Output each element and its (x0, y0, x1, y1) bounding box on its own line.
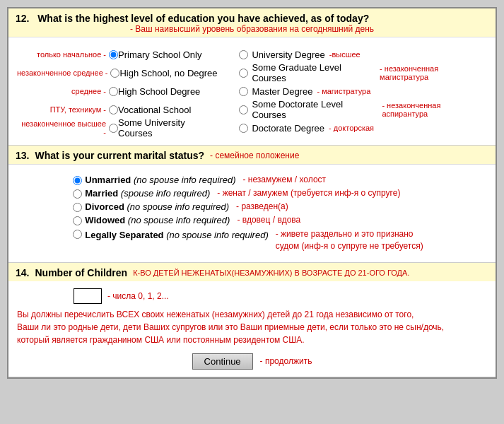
q14-top: - числа 0, 1, 2... (17, 288, 487, 304)
q14-section: 14. Number of Children К-ВО ДЕТЕЙ НЕЖЕНА… (8, 263, 496, 377)
marital-label-divorced[interactable]: Divorced (no spouse info required) (85, 201, 229, 212)
edu-radio-master[interactable] (239, 87, 248, 96)
edu-opt-1: Primary School Only (109, 49, 201, 60)
children-number-input[interactable] (74, 288, 102, 304)
q14-number: 14. (16, 267, 29, 278)
q12-title-text: What is the highest level of education y… (37, 13, 369, 24)
marital-radio-divorced[interactable] (73, 203, 82, 212)
q12-subtitle: - Ваш наивысший уровень образования на с… (16, 24, 488, 34)
q13-title: What is your current marital status? (35, 150, 204, 161)
edu-right-row-5: Doctorate Degree - докторская (239, 119, 487, 136)
edu-radio-some-doc[interactable] (239, 105, 248, 114)
edu-ru-2: незаконченное среднее - (17, 69, 110, 77)
edu-label-some-doc[interactable]: Some Doctorate Level Courses (252, 99, 377, 120)
q14-header: 14. Number of Children К-ВО ДЕТЕЙ НЕЖЕНА… (8, 263, 496, 281)
edu-left-row-5: незаконченное высшее - Some University C… (17, 119, 218, 136)
edu-label-voc[interactable]: Vocational School (118, 105, 191, 115)
edu-opt-2: High School, no Degree (110, 68, 217, 78)
edu-radio-hs-nodeg[interactable] (110, 69, 119, 78)
edu-radio-some-uni[interactable] (109, 124, 118, 133)
q13-section: 13. What is your current marital status?… (8, 146, 496, 263)
marital-label-separated[interactable]: Legally Separated (no spouse info requir… (85, 230, 268, 240)
edu-left-row-4: ПТУ, техникум - Vocational School (17, 101, 218, 118)
edu-ru-1: только начальное - (17, 50, 109, 59)
q13-body: Unmarried (no spouse info required) - не… (8, 165, 496, 262)
marital-options: Unmarried (no spouse info required) - не… (73, 172, 430, 255)
edu-right-col: University Degree -высшее Some Graduate … (218, 46, 487, 136)
q14-body: - числа 0, 1, 2... Вы должны перечислить… (8, 281, 496, 377)
edu-left-col: только начальное - Primary School Only н… (17, 46, 218, 136)
marital-radio-widowed[interactable] (73, 216, 82, 225)
q14-subtitle: К-ВО ДЕТЕЙ НЕЖЕНАТЫХ(НЕЗАМУЖНИХ) В ВОЗРА… (133, 269, 409, 277)
edu-opt-5: Some University Courses (109, 117, 218, 139)
edu-ru-right-2: - незаконченная магистратура (380, 64, 487, 81)
edu-label-master[interactable]: Master Degree (252, 86, 312, 97)
marital-label-married[interactable]: Married (spouse info required) (85, 188, 210, 199)
edu-radio-voc[interactable] (109, 105, 118, 114)
edu-radio-primary[interactable] (109, 50, 118, 59)
edu-label-primary[interactable]: Primary School Only (118, 49, 201, 60)
marital-item-widowed: Widowed (no spouse info required) - вдов… (73, 215, 430, 225)
edu-label-hs-nodeg[interactable]: High School, no Degree (119, 68, 217, 78)
q12-title: 12. What is the highest level of educati… (16, 13, 488, 24)
edu-label-some-grad[interactable]: Some Graduate Level Courses (252, 62, 375, 83)
edu-opt-4: Vocational School (109, 105, 191, 115)
q14-note: - числа 0, 1, 2... (107, 291, 169, 301)
continue-button[interactable]: Continue (192, 353, 253, 370)
marital-ru-separated: - живете раздельно и это признано судом … (276, 228, 431, 252)
edu-label-hs-deg[interactable]: High School Degree (118, 86, 200, 97)
marital-ru-unmarried: - незамужем / холост (242, 175, 326, 184)
edu-ru-right-4: - незаконченная аспирантура (382, 101, 487, 118)
marital-radio-married[interactable] (73, 189, 82, 199)
marital-label-widowed[interactable]: Widowed (no spouse info required) (85, 215, 230, 225)
edu-left-row-1: только начальное - Primary School Only (17, 46, 218, 63)
edu-ru-right-1: -высшее (329, 50, 361, 59)
continue-ru-label: - продолжить (260, 356, 312, 366)
edu-label-uni-deg[interactable]: University Degree (252, 49, 324, 60)
edu-right-row-3: Master Degree - магистратура (239, 83, 487, 100)
edu-ru-right-3: - магистратура (317, 87, 370, 95)
q13-number: 13. (16, 150, 29, 161)
marital-item-divorced: Divorced (no spouse info required) - раз… (73, 201, 430, 212)
edu-ru-4: ПТУ, техникум - (17, 105, 109, 114)
edu-radio-doc[interactable] (239, 124, 248, 133)
edu-right-row-2: Some Graduate Level Courses - незакончен… (239, 64, 487, 81)
q12-section: 12. What is the highest level of educati… (8, 8, 496, 146)
continue-row: Continue - продолжить (17, 353, 487, 370)
q14-desc: Вы должны перечислить ВСЕХ своих неженат… (17, 308, 487, 346)
edu-right-row-4: Some Doctorate Level Courses - незаконче… (239, 101, 487, 118)
edu-radio-some-grad[interactable] (239, 69, 248, 78)
edu-left-row-3: среднее - High School Degree (17, 83, 218, 100)
marital-ru-married: - женат / замужем (требуется инф-я о суп… (217, 188, 400, 198)
marital-item-separated: Legally Separated (no spouse info requir… (73, 228, 430, 252)
q13-header: 13. What is your current marital status?… (8, 146, 496, 165)
edu-label-doc[interactable]: Doctorate Degree (252, 123, 324, 134)
edu-ru-right-5: - докторская (329, 124, 374, 132)
q13-subtitle: - семейное положение (210, 151, 299, 160)
page-container: 12. What is the highest level of educati… (7, 7, 497, 379)
edu-ru-5: незаконченное высшее - (17, 119, 109, 136)
q14-desc-line2: Ваши ли это родные дети, дети Ваших супр… (17, 321, 487, 334)
edu-right-row-1: University Degree -высшее (239, 46, 487, 63)
q12-header: 12. What is the highest level of educati… (8, 8, 496, 37)
marital-item-unmarried: Unmarried (no spouse info required) - не… (73, 175, 430, 185)
edu-columns: только начальное - Primary School Only н… (17, 43, 487, 139)
marital-radio-separated[interactable] (73, 230, 82, 239)
edu-ru-3: среднее - (17, 87, 109, 95)
q14-title: Number of Children (35, 267, 127, 278)
q12-number: 12. (16, 13, 29, 24)
marital-ru-divorced: - разведен(а) (236, 201, 288, 211)
edu-label-some-uni[interactable]: Some University Courses (118, 117, 218, 139)
marital-radio-unmarried[interactable] (73, 176, 82, 185)
marital-item-married: Married (spouse info required) - женат /… (73, 188, 430, 199)
edu-left-row-2: незаконченное среднее - High School, no … (17, 64, 218, 81)
q14-desc-line1: Вы должны перечислить ВСЕХ своих неженат… (17, 308, 487, 321)
q14-desc-line3: который является гражданином США или пос… (17, 334, 487, 346)
edu-radio-hs-deg[interactable] (109, 87, 118, 96)
marital-ru-widowed: - вдовец / вдова (237, 215, 300, 225)
edu-opt-3: High School Degree (109, 86, 200, 97)
q12-body: только начальное - Primary School Only н… (8, 37, 496, 145)
edu-radio-uni-deg[interactable] (239, 50, 248, 59)
marital-label-unmarried[interactable]: Unmarried (no spouse info required) (85, 175, 235, 185)
